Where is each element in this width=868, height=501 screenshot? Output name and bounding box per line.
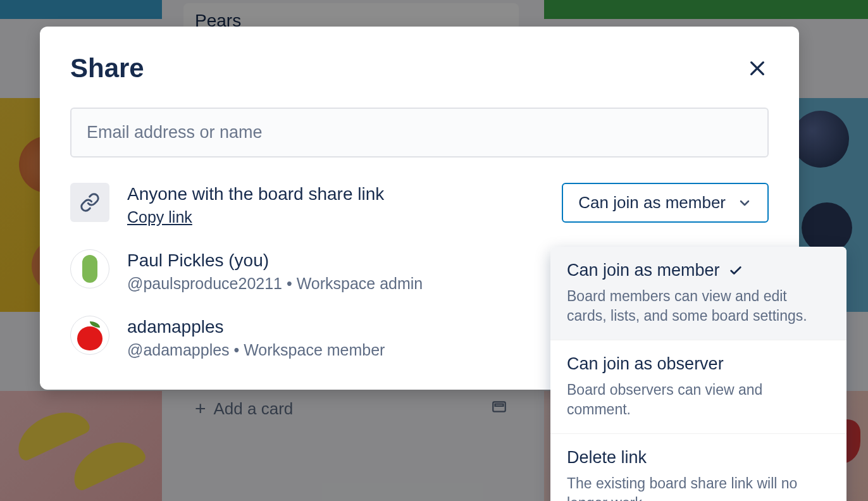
menu-option-title: Can join as member	[567, 261, 830, 280]
share-link-row: Anyone with the board share link Copy li…	[70, 183, 769, 226]
share-link-title: Anyone with the board share link	[127, 184, 544, 204]
avatar	[70, 316, 109, 355]
close-button[interactable]	[746, 57, 769, 80]
menu-option-desc: Board members can view and edit cards, l…	[567, 287, 830, 326]
chevron-down-icon	[737, 195, 752, 211]
link-icon	[80, 192, 100, 213]
permission-dropdown-menu: Can join as member Board members can vie…	[550, 247, 846, 501]
avatar	[70, 249, 109, 288]
email-or-name-input[interactable]	[70, 108, 769, 158]
menu-option-desc: Board observers can view and comment.	[567, 380, 830, 419]
menu-option-title-text: Delete link	[567, 448, 647, 467]
modal-title: Share	[70, 53, 144, 84]
menu-option-member[interactable]: Can join as member Board members can vie…	[550, 247, 846, 340]
dropdown-selected-label: Can join as member	[578, 193, 726, 213]
menu-option-title: Delete link	[567, 448, 830, 467]
menu-option-title-text: Can join as member	[567, 261, 720, 280]
menu-option-observer[interactable]: Can join as observer Board observers can…	[550, 340, 846, 434]
close-icon	[747, 58, 767, 78]
link-icon-box	[70, 183, 109, 222]
menu-option-delete-link[interactable]: Delete link The existing board share lin…	[550, 434, 846, 501]
permission-dropdown[interactable]: Can join as member	[562, 183, 769, 223]
copy-link-button[interactable]: Copy link	[127, 208, 192, 226]
menu-option-title-text: Can join as observer	[567, 354, 724, 374]
modal-header: Share	[70, 53, 769, 84]
menu-option-desc: The existing board share link will no lo…	[567, 474, 830, 501]
menu-option-title: Can join as observer	[567, 354, 830, 374]
share-link-text: Anyone with the board share link Copy li…	[127, 183, 544, 226]
check-icon	[729, 264, 743, 278]
